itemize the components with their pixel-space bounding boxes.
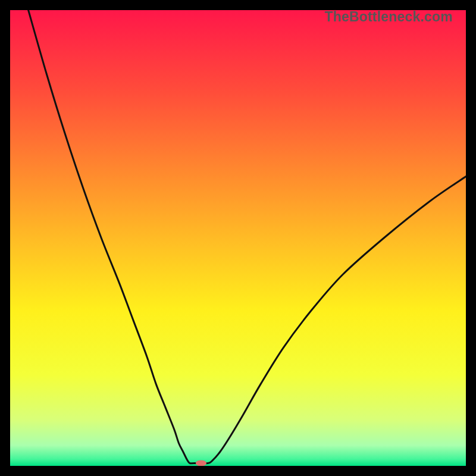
min-marker: [196, 460, 206, 466]
chart-canvas: [10, 10, 466, 466]
gradient-background: [10, 10, 466, 466]
watermark-text: TheBottleneck.com: [324, 9, 453, 25]
chart-frame: TheBottleneck.com: [10, 10, 466, 466]
